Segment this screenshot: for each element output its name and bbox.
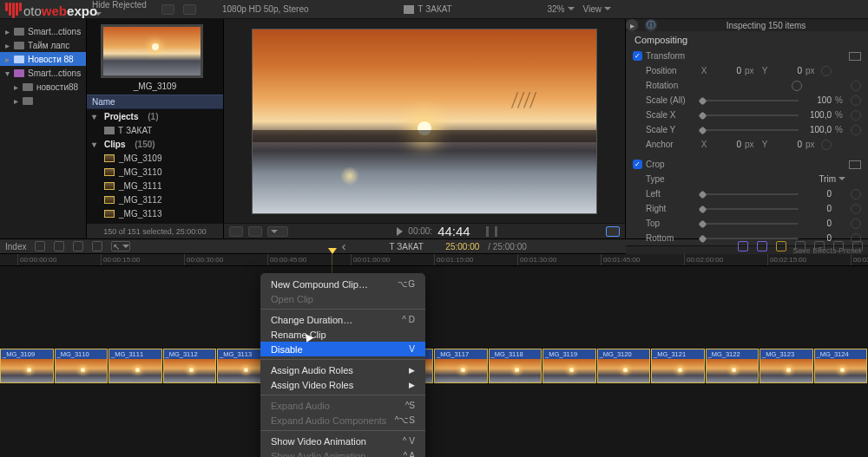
menu-assign-video-roles[interactable]: Assign Video Roles▶ (260, 377, 425, 392)
browser-thumbnail[interactable] (101, 24, 203, 78)
menu-change-duration[interactable]: Change Duration…^ D (260, 312, 425, 327)
play-icon[interactable] (397, 227, 403, 236)
scale-y-value[interactable]: 100,0 (802, 125, 832, 134)
timeline-clip[interactable]: _MG_3123 (760, 349, 813, 383)
clip-list-item[interactable]: _MG_3109 (87, 151, 223, 165)
zoom-level[interactable]: 32% (548, 4, 575, 14)
viewer-tool-button[interactable] (229, 226, 243, 237)
crop-checkbox[interactable]: ✓ (633, 160, 642, 169)
scale-x-slider[interactable] (700, 114, 799, 116)
reset-icon[interactable] (851, 95, 861, 106)
tl-right-tool[interactable] (757, 241, 767, 251)
reset-icon[interactable] (851, 219, 861, 229)
position-y-value[interactable]: 0 (773, 66, 802, 75)
hide-rejected-toggle[interactable]: Hide Rejected (92, 0, 153, 19)
timeline-clip[interactable]: _MG_3119 (542, 349, 596, 383)
menu-new-compound-clip[interactable]: New Compound Clip…⌥G (260, 277, 425, 291)
projects-section[interactable]: ▾Projects (1) (87, 109, 223, 123)
reset-icon[interactable] (821, 140, 832, 150)
crop-top-slider[interactable] (700, 223, 799, 225)
library-item[interactable]: новости88 (0, 80, 86, 94)
tl-tool-button[interactable] (92, 241, 102, 251)
menu-rename-clip[interactable]: Rename Clip (260, 327, 425, 342)
timeline-body[interactable]: _MG_3109_MG_3110_MG_3111_MG_3112_MG_3113… (0, 266, 868, 457)
tl-right-tool[interactable] (814, 241, 825, 251)
scale-all-slider[interactable] (700, 100, 799, 101)
crop-bottom-slider[interactable] (700, 238, 799, 239)
timeline-clip[interactable]: _MG_3109 (0, 349, 54, 383)
transform-onscreen-icon[interactable] (849, 52, 861, 61)
index-button[interactable]: Index (5, 242, 26, 251)
library-item[interactable] (0, 94, 86, 108)
library-item-selected[interactable]: Новости 88 (0, 52, 86, 66)
timeline-ruler[interactable]: 00:00:00:0000:00:15:0000:00:30:0000:00:4… (0, 254, 868, 266)
rotation-dial[interactable] (792, 81, 802, 91)
position-x-value[interactable]: 0 (712, 66, 741, 75)
inspector-tab-info[interactable]: ⓘ (645, 19, 657, 31)
scale-y-slider[interactable] (700, 129, 799, 131)
timeline-clip[interactable]: _MG_3112 (163, 349, 217, 383)
clip-list-item[interactable]: _MG_3112 (87, 193, 223, 206)
tl-right-tool[interactable] (795, 241, 806, 251)
timeline-clip[interactable]: _MG_3110 (55, 349, 108, 383)
playhead-marker[interactable] (328, 248, 337, 254)
scale-all-value[interactable]: 100 (802, 95, 832, 105)
timeline-clip[interactable]: _MG_3117 (434, 349, 488, 383)
scale-x-value[interactable]: 100,0 (802, 110, 832, 120)
viewer-canvas[interactable]: ╱╱╱╱ (252, 29, 597, 214)
crop-onscreen-icon[interactable] (849, 160, 861, 169)
project-item[interactable]: Т ЗАКАТ (87, 123, 223, 137)
timeline-clip[interactable]: _MG_3124 (814, 349, 868, 383)
tl-tool-button[interactable] (73, 241, 83, 251)
library-item[interactable]: Тайм лапс (0, 38, 86, 52)
library-item[interactable]: Smart...ctions (0, 66, 86, 80)
timeline-clip[interactable]: _MG_3122 (706, 349, 760, 383)
crop-right-slider[interactable] (700, 208, 799, 210)
reset-icon[interactable] (821, 66, 832, 76)
inspector-tab-video[interactable]: ▸ (626, 19, 638, 31)
timeline-clip[interactable]: _MG_3111 (108, 349, 162, 383)
transform-checkbox[interactable]: ✓ (633, 51, 642, 61)
crop-top-value[interactable]: 0 (802, 219, 832, 228)
menu-disable[interactable]: DisableV (260, 342, 425, 356)
reset-icon[interactable] (851, 125, 861, 135)
clip-browser: _MG_3109 Name ▾Projects (1) Т ЗАКАТ ▾Cli… (87, 19, 224, 238)
clip-list-item[interactable]: _MG_3111 (87, 179, 223, 193)
grid-view-icon[interactable] (161, 4, 174, 15)
anchor-x-value[interactable]: 0 (712, 140, 741, 149)
fullscreen-icon[interactable] (606, 226, 620, 237)
primary-storyline[interactable]: _MG_3109_MG_3110_MG_3111_MG_3112_MG_3113… (0, 349, 868, 383)
viewer-tool-dropdown[interactable] (267, 226, 288, 237)
reset-icon[interactable] (851, 81, 861, 91)
clip-list-item[interactable]: _MG_3113 (87, 206, 223, 220)
select-tool-dropdown[interactable]: ↖ (111, 241, 130, 251)
crop-left-slider[interactable] (700, 193, 799, 195)
reset-icon[interactable] (851, 110, 861, 121)
name-column-header[interactable]: Name (87, 95, 223, 109)
tl-right-tool[interactable] (833, 241, 844, 251)
clips-section[interactable]: ▾Clips (150) (87, 137, 223, 151)
viewer-tool-button[interactable] (248, 226, 262, 237)
history-back-button[interactable]: ‹ (342, 239, 346, 253)
timeline-clip[interactable]: _MG_3121 (651, 349, 705, 383)
crop-left-value[interactable]: 0 (802, 189, 832, 199)
view-menu-button[interactable]: View (583, 4, 612, 14)
anchor-y-value[interactable]: 0 (773, 140, 802, 149)
library-item[interactable]: Smart...ctions (0, 24, 86, 38)
menu-assign-audio-roles[interactable]: Assign Audio Roles▶ (260, 362, 425, 377)
reset-icon[interactable] (851, 189, 861, 199)
menu-show-video-animation[interactable]: Show Video Animation^ V (260, 434, 425, 448)
crop-type-dropdown[interactable]: Trim (816, 174, 845, 184)
tl-tool-button[interactable] (54, 241, 64, 251)
clip-title: _MG_3124 (815, 349, 867, 359)
reset-icon[interactable] (851, 204, 861, 214)
tl-right-tool[interactable] (738, 241, 748, 251)
timeline-clip[interactable]: _MG_3120 (597, 349, 651, 383)
tl-right-tool[interactable] (852, 241, 863, 251)
tl-right-tool[interactable] (776, 241, 786, 251)
list-view-icon[interactable] (183, 4, 196, 15)
clip-list-item[interactable]: _MG_3110 (87, 165, 223, 179)
tl-tool-button[interactable] (35, 241, 45, 251)
timeline-clip[interactable]: _MG_3118 (489, 349, 542, 383)
crop-right-value[interactable]: 0 (802, 204, 832, 213)
